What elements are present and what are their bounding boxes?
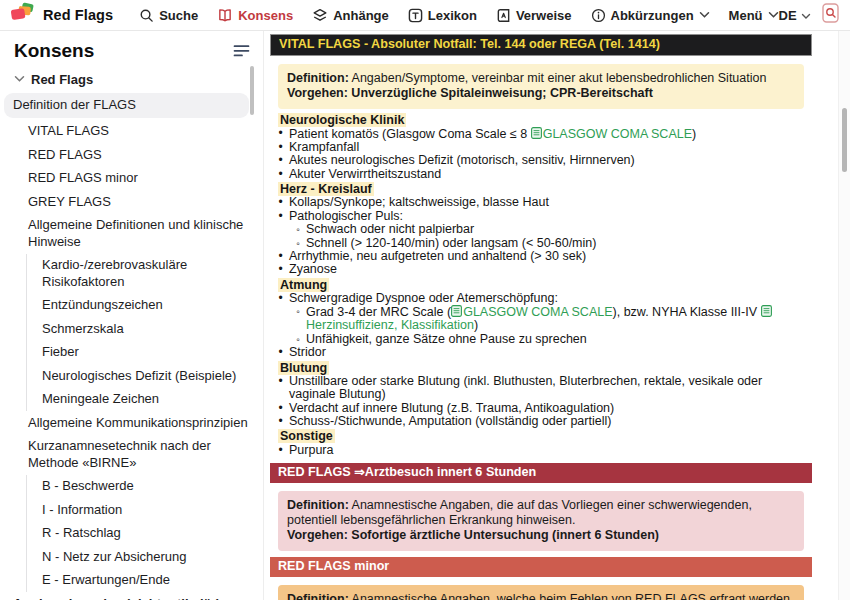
sidebar-item-red-flags[interactable]: RED FLAGS — [0, 144, 255, 167]
bullet-marker: • — [276, 402, 285, 415]
sidebar-item-grey-flags[interactable]: GREY FLAGS — [0, 191, 255, 214]
text-segment: Definition: — [287, 71, 349, 85]
bullet-marker: • — [276, 141, 285, 154]
section-heading-text: Neurologische Klinik — [278, 113, 406, 127]
text-segment: Purpura — [289, 443, 333, 457]
bullet-item: •Akuter Verwirrtheitszustand — [270, 168, 812, 181]
bullet-text: Unstillbare oder starke Blutung (inkl. B… — [289, 375, 812, 402]
bullet-text: Schwach oder nicht palpierbar — [306, 223, 812, 236]
app-title: Red Flags — [43, 7, 113, 23]
sidebar-item-armbeschwerden-nicht-artikul-r[interactable]: Armbeschwerden (nicht artikulär) — [0, 593, 255, 600]
sidebar-item-definition-der-flags[interactable]: Definition der FLAGS — [4, 93, 249, 119]
doc-link[interactable]: GLASGOW COMA SCALE — [531, 127, 692, 141]
bullet-text: Patient komatös (Glasgow Coma Scale ≤ 8 … — [289, 127, 812, 141]
sidebar-item-label: Red Flags — [31, 72, 93, 89]
sidebar-item-allgemeine-kommunikationsprinzipien[interactable]: Allgemeine Kommunikationsprinzipien — [0, 412, 255, 435]
sidebar-item-red-flags-minor[interactable]: RED FLAGS minor — [0, 167, 255, 190]
bullet-marker: • — [276, 168, 285, 181]
sidebar-item-label: B - Beschwerde — [42, 478, 134, 495]
text-segment: Definition: — [287, 592, 349, 600]
sidebar-item-neurologisches-defizit-beispiele[interactable]: Neurologisches Defizit (Beispiele) — [27, 365, 255, 388]
definition-line: Definition: Angaben/Symptome, vereinbar … — [287, 71, 795, 86]
text-segment: Vorgehen: Unverzügliche Spitaleinweisung… — [287, 86, 653, 100]
sidebar-item-b-beschwerde[interactable]: B - Beschwerde — [27, 475, 255, 498]
chevron-down-icon — [699, 11, 710, 19]
bullet-item: ◦Schwach oder nicht palpierbar — [270, 223, 812, 236]
bullet-marker: • — [276, 127, 285, 140]
nav-item-suche[interactable]: Suche — [139, 8, 198, 23]
nav-item-anh-nge[interactable]: Anhänge — [312, 8, 389, 23]
text-segment: Anamnestische Angaben, die auf das Vorli… — [287, 498, 752, 527]
text-segment: Zyanose — [289, 262, 337, 276]
nav-item-lexikon[interactable]: Lexikon — [408, 8, 477, 23]
bullet-item: •Unstillbare oder starke Blutung (inkl. … — [270, 375, 812, 402]
top-navigation-bar: Red Flags SucheKonsensAnhängeLexikonVerw… — [0, 0, 850, 31]
tree-guide-group: B - BeschwerdeI - InformationR - Ratschl… — [26, 475, 255, 592]
nav-item-konsens[interactable]: Konsens — [217, 8, 293, 23]
content-scrollbar-thumb[interactable] — [842, 108, 847, 172]
sidebar-item-meningeale-zeichen[interactable]: Meningeale Zeichen — [27, 388, 255, 411]
collapse-tree-icon[interactable] — [233, 44, 250, 58]
sidebar-item-kardio-zerebrovaskul-re-risikofaktoren[interactable]: Kardio-/zerebrovaskuläre Risikofaktoren — [27, 254, 255, 293]
t-square-icon — [408, 8, 423, 23]
sidebar-header: Konsens — [0, 31, 263, 69]
sidebar-item-label: Allgemeine Definitionen und klinische Hi… — [28, 217, 249, 250]
sidebar-item-schmerzskala[interactable]: Schmerzskala — [27, 318, 255, 341]
bullet-marker: • — [276, 263, 285, 276]
definition-line: Definition: Anamnestische Angaben, die a… — [287, 498, 795, 528]
banner-title: RED FLAGS minor — [278, 559, 389, 573]
bullet-item: •Stridor — [270, 346, 812, 359]
section-banner-darkred: RED FLAGS ⇒Arztbesuch innert 6 Stunden — [270, 463, 812, 483]
sidebar-item-i-information[interactable]: I - Information — [27, 499, 255, 522]
definition-box-pink: Definition: Anamnestische Angaben, die a… — [278, 491, 804, 552]
bullet-text: Krampfanfall — [289, 141, 812, 154]
sidebar-item-label: Fieber — [42, 344, 79, 361]
content-body: VITAL FLAGS - Absoluter Notfall: Tel. 14… — [270, 34, 812, 600]
section-heading-text: Atmung — [278, 278, 329, 292]
sidebar-item-fieber[interactable]: Fieber — [27, 341, 255, 364]
sidebar-item-label: RED FLAGS minor — [28, 170, 138, 187]
text-segment: Schwergradige Dyspnoe oder Atemerschöpfu… — [289, 291, 558, 305]
sidebar-scrollbar-thumb[interactable] — [250, 66, 254, 115]
sidebar-item-n-netz-zur-absicherung[interactable]: N - Netz zur Absicherung — [27, 546, 255, 569]
text-segment: Anamnestische Angaben, welche beim Fehle… — [287, 592, 790, 600]
sidebar-item-red-flags[interactable]: Red Flags — [0, 69, 255, 92]
definition-line: Vorgehen: Sofortige ärztliche Untersuchu… — [287, 528, 795, 543]
bullet-text: Akuter Verwirrtheitszustand — [289, 168, 812, 181]
text-segment: Verdacht auf innere Blutung (z.B. Trauma… — [289, 401, 614, 415]
section-heading: Neurologische Klinik — [278, 113, 812, 127]
bullet-text: Verdacht auf innere Blutung (z.B. Trauma… — [289, 402, 812, 415]
text-segment: Schnell (> 120-140/min) oder langsam (< … — [306, 236, 596, 250]
nav-item-abk-rzungen[interactable]: Abkürzungen — [591, 8, 710, 23]
text-segment: Akutes neurologisches Defizit (motorisch… — [289, 153, 635, 167]
topbar-right: DE Konto — [779, 3, 850, 27]
language-selector[interactable]: DE — [779, 8, 811, 23]
text-segment: Angaben/Symptome, vereinbar mit einer ak… — [349, 71, 767, 85]
bullet-marker: • — [276, 210, 285, 223]
nav-item-men[interactable]: Menü — [729, 8, 779, 23]
definition-line: Definition: Anamnestische Angaben, welch… — [287, 592, 795, 600]
bullet-text: Arrhythmie, neu aufgetreten und anhalten… — [289, 250, 812, 263]
bullet-marker: • — [276, 444, 285, 457]
sidebar-item-kurzanamnesetechnik-nach-der-methode-birne[interactable]: Kurzanamnesetechnik nach der Methode «BI… — [0, 435, 255, 474]
sidebar-item-r-ratschlag[interactable]: R - Ratschlag — [27, 522, 255, 545]
red-flags-logo-icon — [10, 2, 36, 29]
book-a-icon — [496, 8, 511, 23]
app-logo[interactable]: Red Flags — [10, 2, 113, 29]
sidebar-item-label: Meningeale Zeichen — [42, 391, 159, 408]
info-icon — [591, 8, 606, 23]
bullet-marker: • — [276, 346, 285, 359]
document-search-button[interactable] — [822, 3, 839, 27]
sidebar-item-entz-ndungszeichen[interactable]: Entzündungszeichen — [27, 294, 255, 317]
nav-item-verweise[interactable]: Verweise — [496, 8, 572, 23]
bullet-item: ◦Unfähigkeit, ganze Sätze ohne Pause zu … — [270, 333, 812, 346]
sidebar-item-e-erwartungen-ende[interactable]: E - Erwartungen/Ende — [27, 569, 255, 592]
sidebar-item-allgemeine-definitionen-und-klinische-hinweise[interactable]: Allgemeine Definitionen und klinische Hi… — [0, 214, 255, 253]
bullet-item: •Schuss-/Stichwunde, Amputation (vollstä… — [270, 415, 812, 428]
nav-label: Konsens — [238, 8, 293, 23]
nav-label: Menü — [729, 8, 763, 23]
bullet-item: •Verdacht auf innere Blutung (z.B. Traum… — [270, 402, 812, 415]
sidebar-item-vital-flags[interactable]: VITAL FLAGS — [0, 120, 255, 143]
section-heading: Herz - Kreislauf — [278, 182, 812, 196]
doc-link[interactable]: GLASGOW COMA SCALE — [451, 305, 612, 319]
